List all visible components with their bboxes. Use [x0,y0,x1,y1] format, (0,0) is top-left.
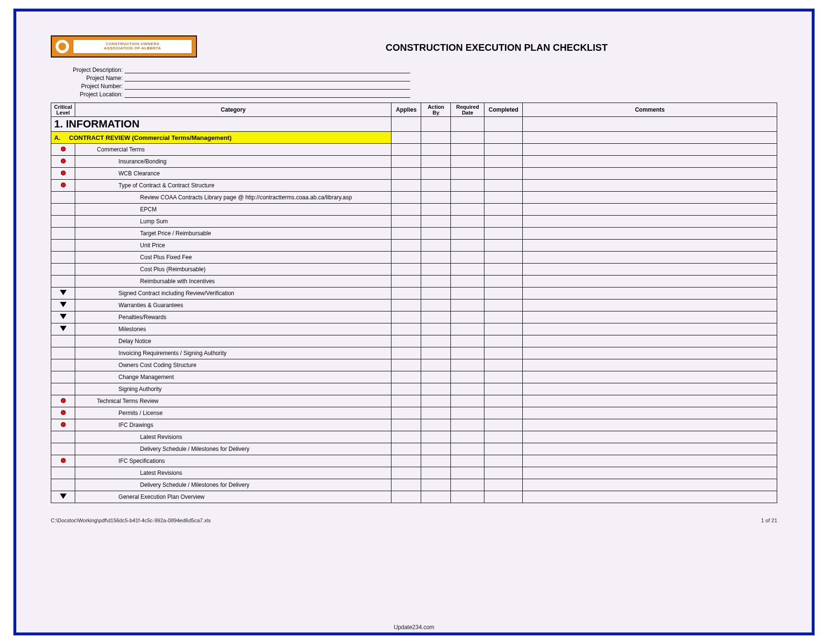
blank-cell[interactable] [523,276,777,288]
blank-cell[interactable] [451,335,484,347]
blank-cell[interactable] [523,180,777,192]
blank-cell[interactable] [391,228,421,240]
blank-cell[interactable] [451,228,484,240]
blank-cell[interactable] [391,347,421,359]
blank-cell[interactable] [421,347,451,359]
blank-cell[interactable] [484,359,523,371]
blank-cell[interactable] [421,144,451,156]
blank-cell[interactable] [523,395,777,407]
blank-cell[interactable] [451,323,484,335]
blank-cell[interactable] [451,192,484,204]
blank-cell[interactable] [421,359,451,371]
blank-cell[interactable] [391,252,421,264]
blank-cell[interactable] [523,443,777,455]
blank-cell[interactable] [523,383,777,395]
blank-cell[interactable] [484,132,523,144]
blank-cell[interactable] [421,192,451,204]
blank-cell[interactable] [451,252,484,264]
blank-cell[interactable] [391,180,421,192]
blank-cell[interactable] [484,419,523,431]
blank-cell[interactable] [451,117,484,132]
blank-cell[interactable] [421,311,451,323]
blank-cell[interactable] [421,240,451,252]
blank-cell[interactable] [421,323,451,335]
blank-cell[interactable] [451,419,484,431]
blank-cell[interactable] [523,431,777,443]
blank-cell[interactable] [484,240,523,252]
blank-cell[interactable] [451,383,484,395]
blank-cell[interactable] [391,276,421,288]
blank-cell[interactable] [523,311,777,323]
blank-cell[interactable] [391,192,421,204]
blank-cell[interactable] [523,168,777,180]
field-line[interactable] [125,74,410,81]
blank-cell[interactable] [523,491,777,503]
blank-cell[interactable] [421,407,451,419]
blank-cell[interactable] [484,311,523,323]
blank-cell[interactable] [421,132,451,144]
blank-cell[interactable] [451,455,484,467]
blank-cell[interactable] [451,264,484,276]
blank-cell[interactable] [391,240,421,252]
blank-cell[interactable] [484,216,523,228]
blank-cell[interactable] [421,371,451,383]
blank-cell[interactable] [484,431,523,443]
blank-cell[interactable] [391,431,421,443]
blank-cell[interactable] [484,264,523,276]
blank-cell[interactable] [484,335,523,347]
blank-cell[interactable] [523,479,777,491]
blank-cell[interactable] [451,216,484,228]
blank-cell[interactable] [391,443,421,455]
blank-cell[interactable] [451,240,484,252]
blank-cell[interactable] [391,455,421,467]
blank-cell[interactable] [451,479,484,491]
blank-cell[interactable] [451,144,484,156]
blank-cell[interactable] [451,204,484,216]
blank-cell[interactable] [484,276,523,288]
blank-cell[interactable] [421,395,451,407]
blank-cell[interactable] [451,395,484,407]
blank-cell[interactable] [484,180,523,192]
blank-cell[interactable] [451,311,484,323]
blank-cell[interactable] [391,311,421,323]
blank-cell[interactable] [391,216,421,228]
blank-cell[interactable] [391,335,421,347]
blank-cell[interactable] [391,383,421,395]
blank-cell[interactable] [421,180,451,192]
blank-cell[interactable] [523,192,777,204]
blank-cell[interactable] [451,359,484,371]
blank-cell[interactable] [421,383,451,395]
blank-cell[interactable] [421,276,451,288]
blank-cell[interactable] [523,347,777,359]
blank-cell[interactable] [421,419,451,431]
blank-cell[interactable] [421,228,451,240]
blank-cell[interactable] [523,144,777,156]
blank-cell[interactable] [391,132,421,144]
blank-cell[interactable] [523,156,777,168]
blank-cell[interactable] [523,335,777,347]
blank-cell[interactable] [451,276,484,288]
blank-cell[interactable] [391,323,421,335]
blank-cell[interactable] [523,288,777,299]
blank-cell[interactable] [484,407,523,419]
blank-cell[interactable] [523,216,777,228]
blank-cell[interactable] [421,431,451,443]
blank-cell[interactable] [523,252,777,264]
blank-cell[interactable] [484,144,523,156]
blank-cell[interactable] [391,117,421,132]
blank-cell[interactable] [484,252,523,264]
blank-cell[interactable] [484,192,523,204]
blank-cell[interactable] [451,180,484,192]
blank-cell[interactable] [391,491,421,503]
blank-cell[interactable] [391,288,421,299]
blank-cell[interactable] [484,479,523,491]
blank-cell[interactable] [451,168,484,180]
blank-cell[interactable] [391,264,421,276]
blank-cell[interactable] [484,455,523,467]
blank-cell[interactable] [451,431,484,443]
blank-cell[interactable] [421,479,451,491]
blank-cell[interactable] [421,335,451,347]
blank-cell[interactable] [421,264,451,276]
blank-cell[interactable] [484,323,523,335]
blank-cell[interactable] [421,156,451,168]
